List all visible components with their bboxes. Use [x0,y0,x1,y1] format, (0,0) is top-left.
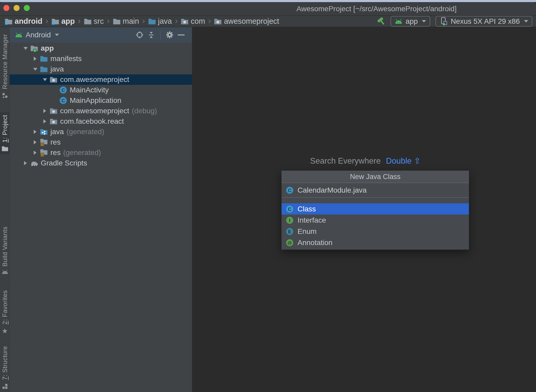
project-tree: app manifests java [10,43,192,168]
settings-gear-button[interactable] [165,31,174,39]
stripe-tab-structure[interactable]: 7: Structure [0,346,10,389]
run-config-dropdown[interactable]: app [391,16,430,27]
expand-arrow-icon[interactable] [30,68,40,71]
breadcrumb-separator: › [106,16,110,26]
kind-option-class[interactable]: C Class [282,203,469,215]
navigation-bar: android › app › src › main [0,16,536,27]
project-panel-header: Android [10,27,192,43]
tree-row-res[interactable]: res [10,137,192,147]
source-folder-icon [40,66,50,73]
package-folder-icon [50,108,59,114]
toolbar-separator [160,31,161,39]
build-hammer-icon[interactable] [376,16,385,27]
expand-arrow-icon[interactable] [30,151,40,155]
class-icon: C [286,205,294,213]
expand-arrow-icon[interactable] [30,130,40,134]
svg-text:C: C [62,88,65,93]
gradle-elephant-icon [30,160,40,167]
expand-arrow-icon[interactable] [40,119,50,123]
popup-title: New Java Class [350,173,401,181]
device-label: Nexus 5X API 29 x86 [451,17,520,26]
package-folder-icon [214,18,222,25]
editor-area[interactable]: Search Everywhere Double ⇧ New Java Clas… [192,27,536,392]
annotation-icon: @ [286,239,294,247]
kind-option-enum[interactable]: E Enum [282,226,469,237]
stripe-tab-project[interactable]: 1: Project [0,112,10,154]
expand-arrow-icon[interactable] [21,161,30,165]
tree-row-java-generated[interactable]: java (generated) [10,127,192,137]
res-folder-icon [40,138,50,146]
stripe-tab-favorites[interactable]: 2: Favorites ★ [0,290,10,334]
tree-row-res-generated[interactable]: res (generated) [10,147,192,158]
android-icon [15,32,23,38]
shapes-icon [2,92,8,99]
breadcrumb-item-src[interactable]: src [84,17,104,26]
device-dropdown[interactable]: Nexus 5X API 29 x86 [435,16,532,27]
svg-text:C: C [288,188,292,193]
hide-panel-button[interactable] [177,31,186,39]
minimize-button[interactable] [14,5,20,11]
breadcrumb-item-com[interactable]: com [181,17,205,26]
popup-title-bar: New Java Class [282,171,469,183]
breadcrumb-item-app[interactable]: app [51,17,75,26]
tree-row-app[interactable]: app [10,43,192,54]
svg-text:@: @ [288,240,292,245]
class-name-input[interactable]: C CalendarModule.java [282,183,469,198]
svg-text:E: E [288,229,291,234]
tree-row-mainactivity[interactable]: C MainActivity [10,85,192,95]
star-icon: ★ [2,328,8,334]
chevron-down-icon [422,20,426,22]
expand-arrow-icon[interactable] [21,47,30,50]
res-folder-icon [40,149,50,157]
tree-row-manifests[interactable]: manifests [10,54,192,64]
class-icon: C [59,86,69,94]
tree-row-com-awesomeproject[interactable]: com.awesomeproject [10,74,192,85]
breadcrumb-item-awesomeproject[interactable]: awesomeproject [214,17,279,26]
collapse-all-button[interactable] [147,31,156,39]
breadcrumb-separator: › [207,16,212,26]
interface-icon: I [286,216,294,224]
main-area: Resource Manager 1: Project Build Varian… [0,27,536,392]
kind-option-interface[interactable]: I Interface [282,215,469,226]
tree-row-mainapplication[interactable]: C MainApplication [10,95,192,106]
stripe-tab-build-variants[interactable]: Build Variants [0,227,10,274]
virtual-device-icon [440,17,447,26]
breadcrumb-item-java[interactable]: java [148,17,172,26]
expand-arrow-icon[interactable] [30,57,40,61]
breadcrumb: android › app › src › main [5,17,279,26]
locate-file-button[interactable] [135,31,144,39]
module-folder-icon [5,18,13,25]
stripe-tab-resource-manager[interactable]: Resource Manager [0,34,10,99]
kind-option-annotation[interactable]: @ Annotation [282,237,469,248]
expand-arrow-icon[interactable] [40,109,50,113]
tree-row-gradle-scripts[interactable]: Gradle Scripts [10,158,192,168]
structure-icon [2,383,8,389]
module-folder-icon [30,45,40,52]
breadcrumb-item-main[interactable]: main [113,17,139,26]
tree-row-com-awesomeproject-debug[interactable]: com.awesomeproject (debug) [10,106,192,116]
expand-arrow-icon[interactable] [40,78,50,81]
run-config-label: app [406,17,418,26]
run-toolbar: app Nexus 5X API 29 x86 [376,16,532,27]
svg-text:C: C [62,98,65,103]
breadcrumb-separator: › [141,16,145,26]
project-view-selector[interactable]: Android [26,31,51,39]
tool-window-stripe: Resource Manager 1: Project Build Varian… [0,27,10,392]
android-studio-window: AwesomeProject [~/src/AwesomeProject/and… [0,0,536,392]
expand-arrow-icon[interactable] [30,140,40,144]
chevron-down-icon [524,20,528,22]
package-folder-icon [50,118,59,125]
chevron-down-icon[interactable] [55,34,59,36]
close-button[interactable] [3,5,9,11]
breadcrumb-item-android[interactable]: android [5,17,42,26]
zoom-button[interactable] [24,5,30,11]
package-folder-icon [50,76,59,83]
folder-icon [84,18,92,25]
class-name-value: CalendarModule.java [298,186,367,194]
traffic-lights [3,5,30,11]
tree-row-com-facebook-react[interactable]: com.facebook.react [10,116,192,127]
titlebar[interactable]: AwesomeProject [~/src/AwesomeProject/and… [0,2,536,16]
breadcrumb-separator: › [77,16,81,26]
folder-icon [2,146,8,152]
tree-row-java[interactable]: java [10,64,192,74]
